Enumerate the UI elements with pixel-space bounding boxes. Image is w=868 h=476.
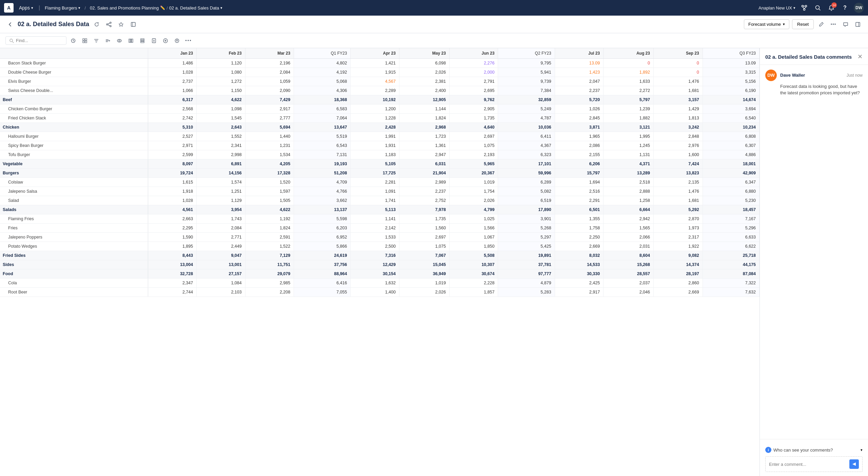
data-cell: 1,824 <box>245 224 294 233</box>
data-cell: 2,000 <box>449 68 498 77</box>
data-cell: 12,429 <box>351 260 399 269</box>
find-input[interactable] <box>16 38 60 43</box>
data-cell: 1,995 <box>604 132 654 141</box>
data-cell: 5,113 <box>351 205 399 214</box>
reset-button[interactable]: Reset <box>792 19 814 29</box>
eye-icon[interactable] <box>115 36 124 45</box>
panel-toggle-icon[interactable] <box>853 20 863 29</box>
who-see-left: i Who can see your comments? <box>765 447 833 453</box>
data-table-area[interactable]: Jan 23 Feb 23 Mar 23 Q1 FY23 Apr 23 May … <box>0 48 760 476</box>
table-row: Salad1,0281,1291,5053,6621,7412,7522,026… <box>0 196 760 205</box>
star-icon[interactable] <box>116 20 126 29</box>
expand-icon[interactable] <box>129 20 138 29</box>
comment-input[interactable] <box>769 462 847 467</box>
columns-icon[interactable] <box>126 36 136 45</box>
edit-pen-icon[interactable] <box>816 20 826 29</box>
data-cell: 5,866 <box>294 242 351 251</box>
breadcrumb: Flaming Burgers ▾ / 02. Sales and Promot… <box>43 4 224 12</box>
apps-menu[interactable]: Apps ▾ <box>16 4 36 12</box>
search-icon[interactable] <box>813 3 823 13</box>
row-label-cell: Tofu Burger <box>0 150 148 159</box>
data-cell: 2,527 <box>148 132 197 141</box>
data-cell: 1,850 <box>449 242 498 251</box>
data-cell: 13,004 <box>148 260 197 269</box>
data-cell: 1,421 <box>351 59 399 68</box>
action-icon[interactable] <box>172 36 182 45</box>
svg-point-32 <box>119 40 120 41</box>
data-cell: 5,797 <box>604 95 654 104</box>
user-avatar[interactable]: DW <box>854 3 864 13</box>
data-cell: 4,766 <box>294 187 351 196</box>
table-row: Fries2,2952,0841,8246,2032,1421,5601,566… <box>0 224 760 233</box>
forecast-volume-button[interactable]: Forecast volume ▾ <box>744 19 789 29</box>
data-cell: 1,486 <box>148 59 197 68</box>
data-cell: 1,560 <box>399 224 449 233</box>
col-header-jun23: Jun 23 <box>449 48 498 59</box>
data-cell: 19,891 <box>498 251 555 260</box>
notifications-icon[interactable]: 14 <box>827 3 836 13</box>
add-icon[interactable] <box>161 36 170 45</box>
data-cell: 7,131 <box>294 150 351 159</box>
help-icon[interactable]: ? <box>840 3 850 13</box>
data-cell: 3,315 <box>703 68 759 77</box>
edit-icon-nav: ✏️ <box>160 5 165 10</box>
close-comments-button[interactable]: ✕ <box>857 54 863 60</box>
sort-icon[interactable] <box>103 36 113 45</box>
share-icon[interactable] <box>104 20 114 29</box>
comment-input-row <box>765 456 863 472</box>
more-toolbar-icon[interactable]: ••• <box>184 36 193 45</box>
data-cell: 1,597 <box>245 187 294 196</box>
data-cell: 1,633 <box>604 77 654 86</box>
nav-right-area: Anaplan New UX ▾ 14 <box>758 3 864 13</box>
ux-selector[interactable]: Anaplan New UX ▾ <box>758 5 795 11</box>
data-cell: 2,998 <box>197 150 245 159</box>
data-cell: 18,001 <box>703 159 759 169</box>
comments-body[interactable]: DW Dave Waller Just now Forecast data is… <box>760 65 868 439</box>
data-cell: 2,142 <box>351 224 399 233</box>
table-row: Elvis Burger2,7371,2721,0595,0684,5672,3… <box>0 77 760 86</box>
more-options-icon[interactable]: ••• <box>829 20 838 29</box>
table-row: Tofu Burger2,5992,9981,5347,1311,1832,94… <box>0 150 760 159</box>
find-search-box[interactable] <box>5 36 66 45</box>
data-cell: 4,567 <box>351 77 399 86</box>
comment-icon[interactable] <box>841 20 850 29</box>
data-cell: 1,423 <box>555 68 604 77</box>
data-cell: 2,697 <box>399 233 449 242</box>
sync-icon[interactable] <box>92 20 101 29</box>
who-see-chevron-icon: ▾ <box>861 448 863 452</box>
data-cell: 1,735 <box>399 214 449 224</box>
table-row: Fried Sides8,4439,0477,12924,6197,3167,0… <box>0 251 760 260</box>
data-cell: 2,518 <box>604 178 654 187</box>
data-cell: 1,258 <box>604 196 654 205</box>
anaplan-logo[interactable]: A <box>4 3 14 13</box>
grid-select-icon[interactable] <box>80 36 90 45</box>
row-label-cell: Flaming Fries <box>0 214 148 224</box>
history-icon[interactable] <box>68 36 78 45</box>
ux-label: Anaplan New UX <box>758 5 792 11</box>
back-button[interactable] <box>5 20 15 29</box>
filter-icon[interactable] <box>92 36 101 45</box>
rows-icon[interactable] <box>138 36 147 45</box>
data-cell: 6,501 <box>555 205 604 214</box>
data-cell: 1,080 <box>197 68 245 77</box>
table-row: Halloumi Burger2,5271,5521,4405,5191,991… <box>0 132 760 141</box>
data-cell: 5,297 <box>498 233 555 242</box>
data-cell: 9,762 <box>449 95 498 104</box>
breadcrumb-sales-planning[interactable]: 02. Sales and Promotions Planning ✏️ / 0… <box>88 4 224 12</box>
connections-icon[interactable] <box>800 3 809 13</box>
data-cell: 5,310 <box>148 123 197 132</box>
who-can-see-toggle[interactable]: i Who can see your comments? ▾ <box>765 443 863 456</box>
data-cell: 2,591 <box>245 233 294 242</box>
data-cell: 2,291 <box>555 196 604 205</box>
breadcrumb-flaming-burgers[interactable]: Flaming Burgers ▾ <box>43 4 82 12</box>
col-header-aug23: Aug 23 <box>604 48 654 59</box>
data-cell: 2,295 <box>148 224 197 233</box>
data-cell: 7,055 <box>294 288 351 297</box>
data-cell: 1,231 <box>245 141 294 150</box>
export-icon[interactable] <box>149 36 159 45</box>
data-cell: 1,574 <box>197 178 245 187</box>
send-comment-button[interactable] <box>849 459 859 469</box>
nav-separator: | <box>39 5 40 11</box>
comment-item: DW Dave Waller Just now Forecast data is… <box>760 65 868 101</box>
data-cell: 2,968 <box>399 123 449 132</box>
